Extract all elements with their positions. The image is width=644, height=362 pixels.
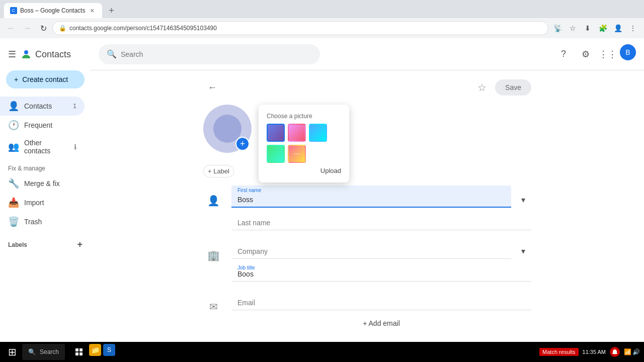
svg-rect-1 <box>75 348 78 351</box>
app-logo: Contacts <box>20 48 71 60</box>
search-bar[interactable]: 🔍 <box>99 44 320 64</box>
email-icon: ✉ <box>209 301 218 313</box>
company-icon-wrapper: 🏢 <box>203 240 223 261</box>
avatar-edit-button[interactable]: + <box>235 137 250 151</box>
apps-icon[interactable]: ⋮⋮ <box>598 44 618 64</box>
task-view-icon[interactable] <box>71 344 87 360</box>
email-wrapper <box>231 292 531 310</box>
last-name-input[interactable] <box>231 212 531 230</box>
svg-point-0 <box>24 50 28 54</box>
sidebar-item-merge-fix[interactable]: 🔧 Merge & fix <box>0 174 85 193</box>
add-label-button[interactable]: + <box>77 239 83 250</box>
address-bar[interactable]: 🔒 contacts.google.com/person/c1547146354… <box>52 21 548 35</box>
contact-editor: ← ☆ Save + Choose a picture <box>191 70 543 342</box>
back-button[interactable]: ← <box>4 21 18 35</box>
address-bar-row: ← → ↻ 🔒 contacts.google.com/person/c1547… <box>0 18 644 38</box>
sidebar-item-frequent[interactable]: 🕐 Frequent <box>0 116 85 135</box>
match-results-badge[interactable]: Match results <box>539 348 578 356</box>
frequent-label: Frequent <box>24 121 76 129</box>
phone-row: 🇰🇪 ▾ <box>231 338 531 342</box>
svg-rect-4 <box>79 352 83 355</box>
browser-toolbar-icons: 📡 ☆ ⬇ 🧩 👤 ⋮ <box>550 21 640 35</box>
phone-icon-wrapper: 📞 <box>203 338 223 342</box>
active-tab[interactable]: C Boss – Google Contacts × <box>4 3 102 18</box>
other-contacts-icon: 👥 <box>8 141 18 152</box>
first-name-wrapper: First name <box>231 186 511 208</box>
picture-option-0[interactable] <box>267 124 285 142</box>
job-title-wrapper: Job title <box>231 263 531 282</box>
phone-input-group: 🇰🇪 ▾ <box>231 338 531 342</box>
sidebar-item-contacts[interactable]: 👤 Contacts 1 <box>0 97 85 116</box>
plus-icon: + <box>14 75 18 83</box>
upload-link[interactable]: Upload <box>267 167 341 174</box>
main-area: 🔍 ? ⚙ ⋮⋮ B ← ☆ Save <box>91 38 644 342</box>
add-label-button[interactable]: + Label <box>203 165 234 177</box>
taskbar-search[interactable]: 🔍 Search <box>22 344 65 360</box>
forward-button[interactable]: → <box>20 21 34 35</box>
tab-bar: C Boss – Google Contacts × + <box>0 0 644 18</box>
file-explorer-icon[interactable]: 📁 <box>89 344 101 356</box>
search-input[interactable] <box>121 50 312 58</box>
create-contact-label: Create contact <box>22 75 68 83</box>
phone-fields: 🇰🇪 ▾ + Add phone <box>231 338 531 342</box>
tab-close-button[interactable]: × <box>88 7 96 15</box>
sidebar-item-trash[interactable]: 🗑️ Trash <box>0 212 85 231</box>
taskbar-time: 11:35 AM <box>583 349 606 355</box>
bookmark-icon[interactable]: ☆ <box>566 21 580 35</box>
import-label: Import <box>24 199 76 207</box>
cast-icon[interactable]: 📡 <box>550 21 565 35</box>
last-name-wrapper <box>231 212 531 230</box>
create-contact-button[interactable]: + Create contact <box>6 70 85 88</box>
top-bar: 🔍 ? ⚙ ⋮⋮ B <box>91 38 644 70</box>
taskbar: ⊞ 🔍 Search 📁 S Match results 11:35 AM 📶 … <box>0 342 644 362</box>
notification-icon[interactable] <box>610 347 620 357</box>
download-icon[interactable]: ⬇ <box>581 21 595 35</box>
job-title-input[interactable] <box>231 263 531 282</box>
search-icon: 🔍 <box>107 49 117 59</box>
menu-icon[interactable]: ⋮ <box>626 21 640 35</box>
sidebar-item-import[interactable]: 📥 Import <box>0 193 85 212</box>
back-button[interactable]: ← <box>203 78 221 97</box>
info-icon[interactable]: ℹ <box>74 143 76 151</box>
email-row <box>231 292 531 310</box>
app-icon-2[interactable]: S <box>103 344 115 356</box>
picture-option-4[interactable]: ⋯ <box>288 145 306 163</box>
taskbar-search-text: Search <box>40 348 59 355</box>
extensions-icon[interactable]: 🧩 <box>596 21 610 35</box>
user-avatar[interactable]: B <box>620 44 636 60</box>
refresh-button[interactable]: ↻ <box>36 21 50 35</box>
expand-company-button[interactable]: ▾ <box>515 243 531 259</box>
expand-name-button[interactable]: ▾ <box>515 192 531 208</box>
settings-icon[interactable]: ⚙ <box>576 44 596 64</box>
add-email-button[interactable]: + Add email <box>231 314 531 332</box>
company-input[interactable] <box>231 240 511 259</box>
wifi-icon: 📶 <box>624 348 631 355</box>
svg-rect-2 <box>79 348 83 351</box>
picture-option-1[interactable] <box>288 124 306 142</box>
hamburger-menu-icon[interactable]: ☰ <box>8 49 16 60</box>
volume-icon: 🔊 <box>632 348 640 355</box>
taskbar-clock: 11:35 AM <box>583 349 606 355</box>
first-name-input[interactable] <box>231 186 511 208</box>
avatar-container: + <box>203 105 252 153</box>
person-icon: 👤 <box>207 195 220 207</box>
contacts-label: Contacts <box>24 102 67 110</box>
profile-icon[interactable]: 👤 <box>611 21 625 35</box>
match-results-label: Match results <box>542 349 575 355</box>
help-icon[interactable]: ? <box>553 44 574 64</box>
new-tab-button[interactable]: + <box>104 4 118 18</box>
avatar-section: + Choose a picture ⋯ Upload <box>203 105 531 153</box>
save-button[interactable]: Save <box>495 79 531 96</box>
tab-favicon: C <box>10 7 17 14</box>
phone-number-input[interactable] <box>254 338 479 342</box>
picture-option-3[interactable] <box>267 145 285 163</box>
picture-option-2[interactable] <box>309 124 327 142</box>
start-button[interactable]: ⊞ <box>4 344 20 360</box>
first-name-row: First name ▾ <box>231 186 531 208</box>
sidebar-item-other-contacts[interactable]: 👥 Other contacts ℹ <box>0 135 85 159</box>
email-input[interactable] <box>231 292 531 310</box>
star-button[interactable]: ☆ <box>473 78 491 97</box>
phone-label-input[interactable] <box>481 338 531 342</box>
email-section: ✉ + Add email <box>203 292 531 332</box>
last-name-row <box>231 212 531 230</box>
